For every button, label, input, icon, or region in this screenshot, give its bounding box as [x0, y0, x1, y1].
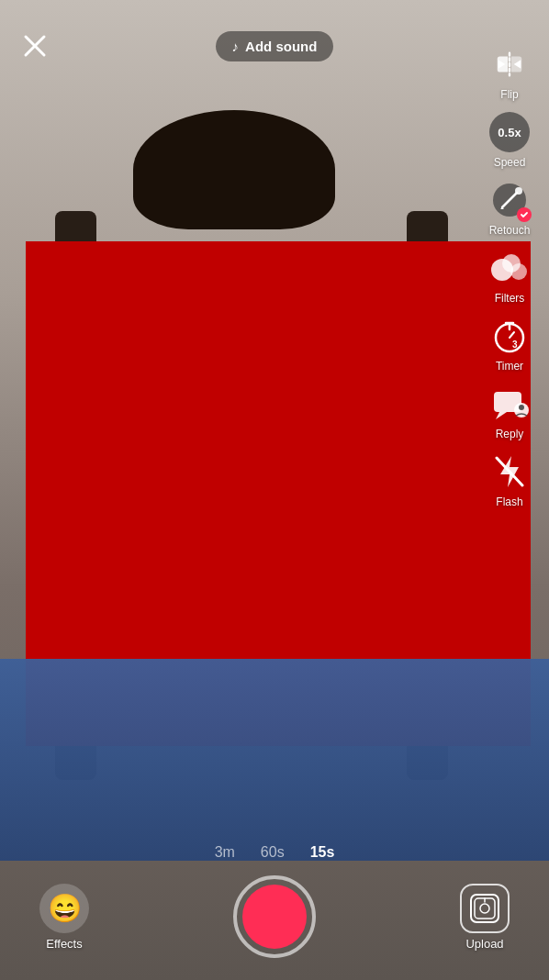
speed-tool[interactable]: 0.5x Speed [473, 110, 546, 169]
effects-label: Effects [46, 937, 83, 951]
retouch-tool[interactable]: Retouch [473, 178, 546, 237]
reply-label: Reply [496, 428, 524, 440]
retouch-label: Retouch [489, 224, 531, 237]
person-head [129, 110, 340, 243]
reply-icon-wrap [487, 382, 532, 426]
record-outer-ring [233, 875, 316, 958]
speed-icon-wrap: 0.5x [487, 110, 532, 154]
timer-tool[interactable]: 3 Timer [473, 314, 546, 373]
speed-circle: 0.5x [489, 112, 530, 152]
timer-icon: 3 [490, 317, 529, 355]
upload-icon [469, 893, 500, 924]
right-sidebar: Flip 0.5x Speed Retouch [470, 28, 549, 514]
upload-icon-wrap [460, 884, 510, 933]
reply-icon [490, 384, 529, 423]
duration-bar: 3m 60s 15s [0, 835, 549, 868]
bottom-controls: 3m 60s 15s 😄 Effects [0, 835, 549, 980]
flip-tool[interactable]: Flip [473, 42, 546, 101]
add-sound-label: Add sound [245, 39, 317, 54]
record-button[interactable] [233, 875, 316, 958]
filters-label: Filters [495, 292, 525, 305]
duration-3m[interactable]: 3m [215, 844, 235, 861]
action-bar: 😄 Effects Upload [0, 868, 549, 980]
timer-label: Timer [496, 360, 523, 373]
flash-icon [491, 452, 528, 491]
music-icon: ♪ [232, 39, 240, 54]
svg-point-4 [515, 187, 522, 195]
filters-icon [489, 250, 530, 286]
flash-tool[interactable]: Flash [473, 450, 546, 508]
duration-15s[interactable]: 15s [310, 844, 335, 861]
filters-icon-wrap [487, 246, 532, 290]
upload-button[interactable]: Upload [448, 884, 521, 951]
timer-icon-wrap: 3 [487, 314, 532, 358]
jeans-body [0, 659, 549, 861]
flip-icon-wrap [487, 42, 532, 86]
close-button[interactable] [15, 26, 55, 66]
svg-point-21 [480, 904, 489, 913]
flip-icon [493, 48, 526, 81]
effects-emoji-icon: 😄 [48, 892, 82, 924]
hair [133, 110, 335, 229]
effects-icon-wrap: 😄 [39, 884, 89, 933]
flip-label: Flip [500, 88, 518, 101]
filters-tool[interactable]: Filters [473, 246, 546, 305]
upload-label: Upload [465, 937, 503, 951]
retouch-icon-wrap [487, 178, 532, 222]
svg-text:3: 3 [512, 340, 518, 350]
svg-point-16 [519, 405, 524, 410]
flash-icon-wrap [487, 450, 532, 494]
reply-tool[interactable]: Reply [473, 382, 546, 440]
duration-60s[interactable]: 60s [261, 844, 285, 861]
top-bar: ♪ Add sound [0, 0, 549, 83]
svg-line-10 [510, 332, 514, 338]
svg-marker-14 [496, 412, 507, 419]
effects-button[interactable]: 😄 Effects [28, 884, 101, 951]
svg-point-7 [510, 263, 527, 280]
retouch-checkmark-badge [517, 207, 532, 222]
speed-value: 0.5x [498, 126, 521, 139]
flash-label: Flash [496, 496, 522, 508]
close-icon [22, 33, 48, 59]
speed-label: Speed [494, 156, 526, 169]
add-sound-button[interactable]: ♪ Add sound [216, 31, 334, 61]
